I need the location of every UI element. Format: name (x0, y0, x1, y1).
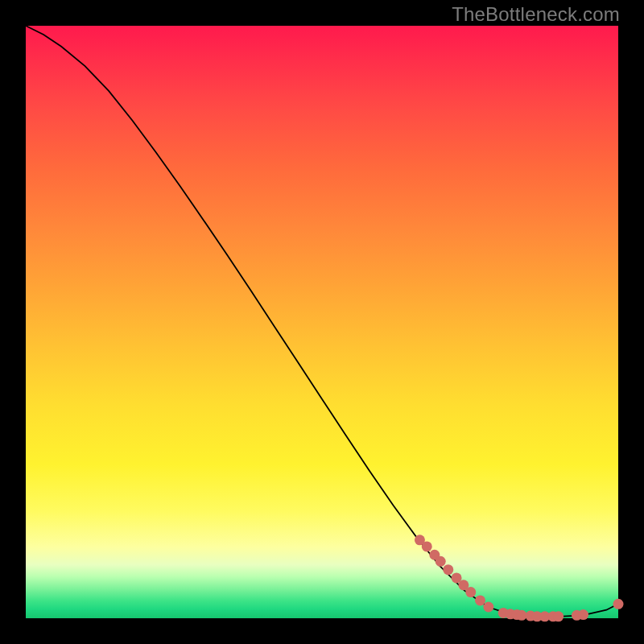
data-point (553, 611, 564, 621)
data-point (613, 599, 624, 609)
data-point (483, 602, 493, 613)
data-point (465, 587, 476, 597)
data-point (436, 556, 446, 567)
data-point (578, 609, 588, 620)
bottleneck-curve (26, 26, 618, 617)
data-points (415, 535, 624, 621)
watermark-text: TheBottleneck.com (452, 3, 620, 26)
data-point (443, 564, 453, 575)
chart-overlay (26, 26, 618, 618)
data-point (475, 595, 485, 605)
chart-container: TheBottleneck.com (0, 0, 644, 644)
data-point (422, 541, 432, 551)
data-point (517, 610, 527, 621)
